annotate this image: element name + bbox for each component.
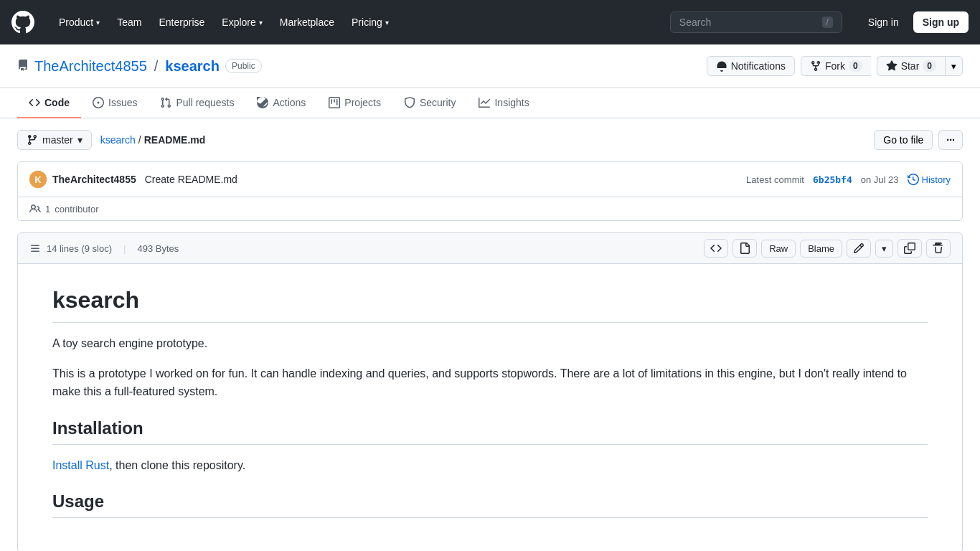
history-label: History bbox=[922, 174, 951, 185]
file-meta-sep: | bbox=[123, 243, 126, 254]
breadcrumb-sep: / bbox=[138, 134, 141, 146]
readme-installation-heading: Installation bbox=[52, 418, 928, 445]
chevron-down-icon: ▾ bbox=[259, 19, 263, 27]
branch-icon bbox=[27, 134, 38, 146]
repo-action-buttons: Notifications Fork 0 Star 0 ▾ bbox=[707, 56, 963, 76]
repo-header: TheArchitect4855 / ksearch Public Notifi… bbox=[0, 44, 980, 88]
fork-btn-group: Fork 0 bbox=[801, 56, 871, 76]
file-toolbar: 14 lines (9 sloc) | 493 Bytes Raw Blame … bbox=[18, 233, 962, 264]
star-icon bbox=[886, 60, 897, 72]
repo-name-link[interactable]: ksearch bbox=[165, 58, 220, 75]
fork-label: Fork bbox=[825, 60, 845, 72]
nav-pricing[interactable]: Pricing ▾ bbox=[344, 11, 396, 34]
avatar-image: K bbox=[29, 171, 47, 188]
more-options-button[interactable]: ··· bbox=[938, 130, 963, 150]
list-icon bbox=[29, 242, 41, 254]
tab-projects[interactable]: Projects bbox=[317, 88, 392, 118]
github-logo[interactable] bbox=[11, 11, 34, 34]
repo-title: TheArchitect4855 / ksearch Public bbox=[17, 58, 262, 75]
file-nav-right: Go to file ··· bbox=[874, 130, 963, 150]
readme-intro: A toy search engine prototype. bbox=[52, 334, 928, 353]
commit-author-name: TheArchitect4855 bbox=[52, 174, 136, 185]
contributor-count: 1 bbox=[45, 204, 50, 215]
nav-marketplace[interactable]: Marketplace bbox=[273, 11, 341, 34]
commit-hash-link[interactable]: 6b25bf4 bbox=[813, 174, 852, 185]
raw-file-icon-button[interactable] bbox=[732, 239, 757, 258]
security-icon bbox=[404, 97, 415, 108]
star-count: 0 bbox=[923, 60, 936, 72]
file-content: ksearch A toy search engine prototype. T… bbox=[18, 264, 962, 551]
breadcrumb-current-file: README.md bbox=[144, 134, 206, 146]
tab-code[interactable]: Code bbox=[17, 88, 81, 118]
insights-icon bbox=[479, 97, 490, 108]
commit-row: K TheArchitect4855 Create README.md Late… bbox=[18, 162, 962, 197]
install-rust-link[interactable]: Install Rust bbox=[52, 459, 109, 471]
tab-pull-requests[interactable]: Pull requests bbox=[149, 88, 245, 118]
tab-actions[interactable]: Actions bbox=[245, 88, 317, 118]
edit-dropdown-button[interactable]: ▾ bbox=[875, 240, 893, 258]
repo-icon bbox=[17, 58, 29, 75]
blame-button[interactable]: Blame bbox=[800, 240, 842, 258]
issue-icon bbox=[93, 97, 104, 108]
readme-title: ksearch bbox=[52, 287, 928, 323]
bell-icon bbox=[716, 60, 727, 72]
code-brackets-icon bbox=[710, 242, 722, 254]
commit-author: K TheArchitect4855 Create README.md bbox=[29, 171, 237, 188]
goto-file-button[interactable]: Go to file bbox=[874, 130, 933, 150]
file-icon bbox=[739, 242, 750, 254]
contributor-label: contributor bbox=[55, 204, 98, 215]
nav-enterprise[interactable]: Enterprise bbox=[151, 11, 212, 34]
copy-icon bbox=[904, 242, 915, 254]
breadcrumb-repo-link[interactable]: ksearch bbox=[100, 134, 136, 146]
signin-button[interactable]: Sign in bbox=[859, 12, 908, 32]
notifications-button[interactable]: Notifications bbox=[707, 56, 795, 76]
contributor-row: 1 contributor bbox=[18, 197, 962, 220]
nav-auth-actions: Sign in Sign up bbox=[859, 11, 969, 33]
chevron-down-icon: ▾ bbox=[96, 19, 100, 27]
branch-chevron: ▾ bbox=[77, 134, 83, 146]
readme-usage-heading: Usage bbox=[52, 491, 928, 518]
copy-button[interactable] bbox=[897, 239, 922, 258]
raw-button[interactable]: Raw bbox=[761, 240, 796, 258]
commit-info: K TheArchitect4855 Create README.md Late… bbox=[17, 161, 963, 221]
search-placeholder: Search bbox=[679, 17, 711, 28]
tab-security[interactable]: Security bbox=[392, 88, 468, 118]
repo-owner-link[interactable]: TheArchitect4855 bbox=[34, 58, 147, 75]
search-box[interactable]: Search / bbox=[670, 11, 842, 33]
repo-tabs: Code Issues Pull requests Actions Projec… bbox=[0, 88, 980, 118]
notifications-label: Notifications bbox=[731, 60, 786, 72]
signup-button[interactable]: Sign up bbox=[913, 11, 969, 33]
fork-count: 0 bbox=[849, 60, 862, 72]
history-link[interactable]: History bbox=[908, 174, 951, 185]
file-nav-left: master ▾ ksearch / README.md bbox=[17, 130, 205, 150]
readme-description: This is a prototype I worked on for fun.… bbox=[52, 364, 928, 401]
fork-icon bbox=[810, 60, 821, 72]
star-button[interactable]: Star 0 bbox=[877, 56, 945, 76]
delete-button[interactable] bbox=[926, 239, 951, 258]
file-toolbar-actions: Raw Blame ▾ bbox=[704, 239, 951, 258]
edit-button[interactable] bbox=[847, 239, 871, 258]
commit-message: Create README.md bbox=[145, 174, 237, 185]
nav-bar: Product ▾ Team Enterprise Explore ▾ Mark… bbox=[0, 0, 980, 44]
tab-issues[interactable]: Issues bbox=[81, 88, 149, 118]
chevron-down-icon: ▾ bbox=[385, 19, 389, 27]
visibility-badge: Public bbox=[225, 59, 262, 73]
nav-explore[interactable]: Explore ▾ bbox=[215, 11, 269, 34]
file-breadcrumb: ksearch / README.md bbox=[100, 134, 205, 146]
nav-product[interactable]: Product ▾ bbox=[52, 11, 107, 34]
branch-selector[interactable]: master ▾ bbox=[17, 130, 92, 150]
repo-slash: / bbox=[154, 58, 159, 75]
code-icon bbox=[29, 97, 40, 108]
readme-installation-para: Install Rust, then clone this repository… bbox=[52, 456, 928, 475]
file-meta: 14 lines (9 sloc) | 493 Bytes bbox=[29, 242, 179, 254]
actions-icon bbox=[257, 97, 268, 108]
nav-team[interactable]: Team bbox=[110, 11, 149, 34]
contributors-icon bbox=[29, 203, 41, 215]
code-view-button[interactable] bbox=[704, 239, 728, 258]
tab-insights[interactable]: Insights bbox=[467, 88, 540, 118]
trash-icon bbox=[933, 242, 944, 254]
fork-button[interactable]: Fork 0 bbox=[801, 56, 871, 76]
projects-icon bbox=[329, 97, 340, 108]
star-dropdown-button[interactable]: ▾ bbox=[945, 56, 963, 76]
file-nav: master ▾ ksearch / README.md Go to file … bbox=[0, 118, 980, 161]
